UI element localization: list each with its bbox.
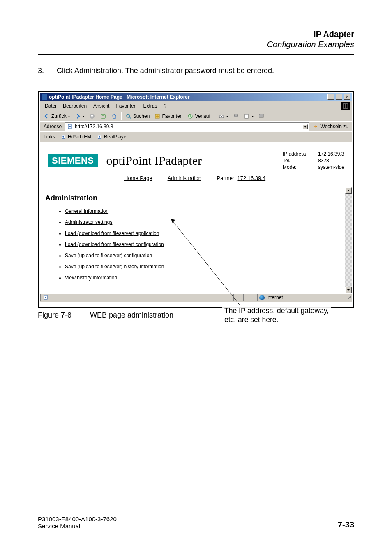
back-button[interactable]: Zurück ▾ xyxy=(42,112,71,120)
product-title: optiPoint IPadapter xyxy=(106,154,274,168)
print-button[interactable] xyxy=(231,112,241,120)
maximize-button[interactable]: □ xyxy=(336,94,342,100)
status-zone-cell: Internet xyxy=(257,294,345,301)
favorites-icon xyxy=(154,113,161,120)
menu-extras[interactable]: Extras xyxy=(140,102,160,110)
list-item: View history information xyxy=(65,275,340,281)
caret-icon: ▾ xyxy=(68,115,70,118)
menu-ansicht[interactable]: Ansicht xyxy=(90,102,112,110)
menu-bearbeiten[interactable]: Bearbeiten xyxy=(60,102,90,110)
link-view-history[interactable]: View history information xyxy=(65,275,117,281)
page-number: 7-33 xyxy=(338,520,354,530)
status-text-cell xyxy=(40,294,233,301)
home-button[interactable] xyxy=(109,112,119,120)
brand-logo: SIEMENS xyxy=(48,154,98,167)
menu-help[interactable]: ? xyxy=(161,102,169,110)
edit-icon xyxy=(244,113,250,120)
print-icon xyxy=(233,113,239,120)
page-header-row: SIEMENS optiPoint IPadapter IP address:1… xyxy=(40,142,352,173)
header-rule xyxy=(38,54,354,55)
figure-caption-text: WEB page administration xyxy=(90,311,173,319)
menu-favoriten[interactable]: Favoriten xyxy=(113,102,139,110)
link-admin-settings[interactable]: Administrator settings xyxy=(65,219,112,225)
status-cell-2 xyxy=(233,294,243,301)
address-label: Adresse xyxy=(42,124,63,129)
search-button[interactable]: Suchen xyxy=(124,112,152,120)
figure-container: optiPoint IPadapter Home Page - Microsof… xyxy=(38,91,354,308)
stop-button[interactable] xyxy=(87,112,97,120)
partner-link[interactable]: 172.16.39.4 xyxy=(237,175,265,181)
info-column: IP address:172.16.39.3 Tel.:8328 Mode:sy… xyxy=(283,151,344,171)
step-row: 3. Click Administration. The administrat… xyxy=(38,67,354,75)
menubar: Datei Bearbeiten Ansicht Favoriten Extra… xyxy=(40,101,352,111)
edit-button[interactable]: ▾ xyxy=(242,112,255,120)
svg-point-16 xyxy=(99,136,100,137)
caret-icon: ▾ xyxy=(252,115,254,118)
mail-button[interactable]: ▾ xyxy=(217,112,230,120)
vertical-scrollbar[interactable] xyxy=(345,187,352,293)
menu-datei[interactable]: Datei xyxy=(42,102,59,110)
stop-icon xyxy=(89,113,95,120)
minimize-button[interactable]: _ xyxy=(327,94,334,100)
go-button[interactable]: Wechseln zu xyxy=(311,122,350,131)
svg-point-3 xyxy=(127,114,130,117)
links-label: Links xyxy=(42,134,57,140)
link-load-app[interactable]: Load (download from fileserver) applicat… xyxy=(65,230,159,236)
history-button[interactable]: Verlauf xyxy=(185,112,212,120)
mode-label: Mode: xyxy=(283,164,318,170)
discuss-icon xyxy=(258,113,265,120)
nav-home[interactable]: Home Page xyxy=(124,175,152,181)
address-bar: Adresse http://172.16.39.3 ▾ Wechseln zu xyxy=(40,121,352,131)
link-load-config[interactable]: Load (download from fileserver) configur… xyxy=(65,242,164,247)
page-icon xyxy=(42,294,49,301)
section-title: Administration xyxy=(45,194,340,203)
step-number: 3. xyxy=(38,67,57,75)
svg-rect-10 xyxy=(259,114,263,117)
resize-grip[interactable] xyxy=(345,295,352,300)
history-icon xyxy=(187,113,194,120)
partner-label: Partner: 172.16.39.4 xyxy=(217,175,266,181)
link-save-config[interactable]: Save (upload to fileserver) configuratio… xyxy=(65,253,152,258)
forward-icon xyxy=(74,113,81,120)
list-item: Administrator settings xyxy=(65,219,340,225)
forward-button[interactable]: ▾ xyxy=(73,112,86,120)
refresh-button[interactable] xyxy=(98,112,108,120)
zone-text: Internet xyxy=(266,295,283,300)
link-realplayer[interactable]: RealPlayer xyxy=(95,133,130,141)
address-input[interactable]: http://172.16.39.3 ▾ xyxy=(65,122,309,131)
search-icon xyxy=(125,113,132,120)
favorites-button[interactable]: Favoriten xyxy=(152,112,184,120)
list-item: General Information xyxy=(65,208,340,214)
discuss-button[interactable] xyxy=(256,112,266,120)
scroll-up-button[interactable] xyxy=(345,187,352,194)
address-value: http://172.16.39.3 xyxy=(75,124,113,129)
scroll-down-button[interactable] xyxy=(345,287,352,293)
globe-icon xyxy=(259,295,265,300)
page-icon xyxy=(96,134,103,140)
refresh-icon xyxy=(100,113,106,120)
step-text: Click Administration. The administrator … xyxy=(57,67,274,75)
titlebar: optiPoint IPadapter Home Page - Microsof… xyxy=(40,93,352,101)
link-save-history[interactable]: Save (upload to fileserver) history info… xyxy=(65,264,164,269)
nav-admin[interactable]: Administration xyxy=(168,175,201,181)
ip-label: IP address: xyxy=(283,151,318,157)
svg-rect-2 xyxy=(101,114,105,118)
app-icon xyxy=(42,94,47,100)
list-item: Save (upload to fileserver) configuratio… xyxy=(65,253,340,258)
link-general-info[interactable]: General Information xyxy=(65,208,108,214)
close-button[interactable]: ✕ xyxy=(344,94,350,100)
caret-icon: ▾ xyxy=(226,115,228,118)
svg-rect-9 xyxy=(245,114,248,118)
link-hipath[interactable]: HiPath FM xyxy=(58,133,93,141)
doc-number: P31003-E8400-A100-3-7620 xyxy=(38,516,117,523)
callout-line2: etc. are set here. xyxy=(224,315,329,325)
address-dropdown[interactable]: ▾ xyxy=(303,124,308,129)
list-item: Save (upload to fileserver) history info… xyxy=(65,264,340,269)
footer-left: P31003-E8400-A100-3-7620 Service Manual xyxy=(38,516,117,530)
svg-point-18 xyxy=(45,297,46,298)
callout-box: The IP address, default gateway, etc. ar… xyxy=(222,305,331,326)
scroll-track[interactable] xyxy=(345,194,352,287)
ip-value: 172.16.39.3 xyxy=(318,151,344,157)
go-icon xyxy=(313,123,319,130)
page-content: SIEMENS optiPoint IPadapter IP address:1… xyxy=(40,142,352,293)
